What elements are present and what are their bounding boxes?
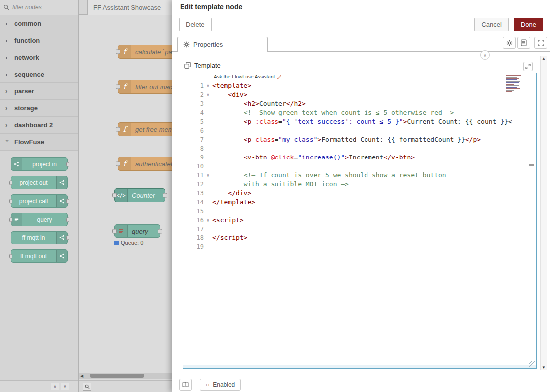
input-port[interactable] [112, 229, 117, 234]
category-label: FlowFuse [14, 138, 44, 146]
input-port[interactable] [112, 193, 117, 198]
code-text: <!— Show green text when count is ≤ 5 ot… [212, 108, 454, 117]
scrollbar-thumb[interactable] [90, 374, 144, 378]
line-number: 3 [183, 99, 204, 108]
input-port [9, 254, 12, 258]
editor-resize-grip[interactable] [529, 361, 536, 368]
scroll-down-icon[interactable]: ▼ [541, 365, 547, 370]
fold-spacer [204, 108, 212, 117]
palette-node-project-out[interactable]: project out [11, 176, 68, 189]
assistant-prompt[interactable]: Ask the FlowFuse Assistant [214, 74, 282, 79]
scroll-left-icon[interactable]: ◀ [80, 374, 83, 378]
code-text: </div> [212, 189, 251, 198]
palette-category-parser[interactable]: ›parser [0, 83, 78, 100]
palette-node-query[interactable]: query [11, 213, 68, 226]
input-port[interactable] [116, 50, 120, 54]
node-function-get-free-memory[interactable]: f get free memo [118, 122, 172, 136]
enabled-toggle-button[interactable]: ○ Enabled [200, 379, 241, 391]
node-description-button[interactable] [517, 37, 530, 49]
node-function-calculate[interactable]: f calculate `pay [118, 45, 172, 59]
node-settings-button[interactable] [503, 37, 516, 49]
canvas-footer [79, 380, 172, 392]
palette-category-function[interactable]: ›function [0, 32, 78, 49]
line-number: 2 [183, 90, 204, 99]
input-port[interactable] [116, 162, 120, 166]
palette-category-flowfuse[interactable]: ›FlowFuse [0, 134, 78, 151]
palette-collapse-down-button[interactable]: ∨ [61, 383, 69, 390]
category-label: sequence [14, 71, 44, 78]
node-function-authenticate-user[interactable]: f authenticateU [118, 157, 172, 171]
line-number: 5 [183, 117, 204, 126]
editor-resize-bar[interactable] [183, 365, 536, 368]
palette-node-label: query [22, 213, 67, 226]
node-query[interactable]: query [114, 224, 160, 238]
query-icon [11, 213, 22, 226]
zoom-search-button[interactable] [83, 383, 91, 391]
palette-category-common[interactable]: ›common [0, 15, 78, 32]
tab-properties[interactable]: Properties [177, 37, 268, 52]
fold-spacer [204, 117, 212, 126]
node-help-button[interactable] [179, 379, 192, 391]
input-port[interactable] [116, 85, 120, 89]
palette-category-dashboard-2[interactable]: ›dashboard 2 [0, 117, 78, 134]
edit-template-node-dialog: Edit template node Delete Cancel Done Pr… [172, 0, 550, 392]
fold-arrow-icon[interactable]: ∨ [204, 81, 212, 90]
section-collapse-button[interactable]: ∧ [480, 50, 490, 60]
palette-category-network[interactable]: ›network [0, 49, 78, 66]
done-button[interactable]: Done [514, 18, 543, 31]
fold-spacer [204, 234, 212, 242]
input-port [9, 217, 12, 222]
fold-spacer [204, 180, 212, 189]
search-icon [3, 4, 9, 10]
mqtt-icon [56, 250, 67, 262]
cancel-button[interactable]: Cancel [474, 18, 508, 31]
node-appearance-button[interactable] [534, 37, 547, 49]
editor-minimap[interactable] [506, 75, 523, 98]
palette-collapse-up-button[interactable]: ∧ [51, 383, 59, 390]
palette-search-input[interactable]: filter nodes [0, 0, 78, 15]
queue-status-badge: Queue: 0 [114, 240, 143, 246]
line-number: 8 [183, 144, 204, 153]
workspace-canvas[interactable]: FF Assistant Showcase f calculate `pay f… [79, 0, 172, 392]
code-line: 12 with a suitible MDI icon —> [183, 180, 529, 189]
delete-button[interactable]: Delete [179, 18, 212, 31]
palette-category-sequence[interactable]: ›sequence [0, 66, 78, 83]
template-field-label: Template [194, 62, 221, 69]
output-port[interactable] [158, 229, 162, 234]
template-code-editor[interactable]: Ask the FlowFuse Assistant 1∨<template>2… [183, 73, 537, 369]
dialog-footer: ○ Enabled [172, 377, 550, 392]
dialog-tabs: Properties [172, 35, 550, 52]
node-template-counter[interactable]: </> Counter [114, 188, 165, 202]
expand-editor-button[interactable] [523, 62, 533, 71]
dialog-scrollbar[interactable]: ▲ ▼ [540, 56, 547, 370]
code-line: 6 [183, 126, 529, 135]
editor-scroll-marker[interactable] [529, 164, 534, 166]
chevron-right-icon: › [5, 37, 10, 44]
scroll-up-icon[interactable]: ▲ [541, 56, 547, 61]
palette-category-storage[interactable]: ›storage [0, 100, 78, 117]
section-divider: ∧ [179, 55, 541, 55]
category-label: network [14, 54, 39, 61]
palette-node-ff-mqtt-in[interactable]: ff mqtt in [11, 231, 68, 244]
fold-arrow-icon[interactable]: ∨ [204, 171, 212, 180]
palette-node-project-in[interactable]: project in [11, 157, 68, 171]
canvas-horizontal-scrollbar[interactable]: ◀ [79, 373, 172, 379]
output-port[interactable] [163, 193, 167, 198]
fold-spacer [204, 162, 212, 171]
enabled-toggle-icon: ○ [206, 381, 209, 388]
flow-tab[interactable]: FF Assistant Showcase [87, 0, 172, 15]
queue-indicator-icon [114, 241, 119, 245]
output-port [66, 217, 69, 222]
workspace-tabbar: FF Assistant Showcase [79, 0, 172, 15]
fold-arrow-icon[interactable]: ∨ [204, 90, 212, 99]
category-label: parser [14, 87, 34, 95]
input-port[interactable] [116, 127, 120, 132]
palette-node-ff-mqtt-out[interactable]: ff mqtt out [11, 249, 68, 263]
fold-spacer [204, 189, 212, 198]
node-function-filter[interactable]: f filter out inacti [118, 80, 172, 94]
fold-arrow-icon[interactable]: ∨ [204, 216, 212, 225]
palette-node-project-call[interactable]: project call [11, 194, 68, 208]
project-icon [11, 158, 22, 170]
code-text: with a suitible MDI icon —> [212, 180, 349, 189]
code-lines[interactable]: 1∨<template>2∨ <div>3 <h2>Counter</h2>4 … [183, 81, 529, 251]
